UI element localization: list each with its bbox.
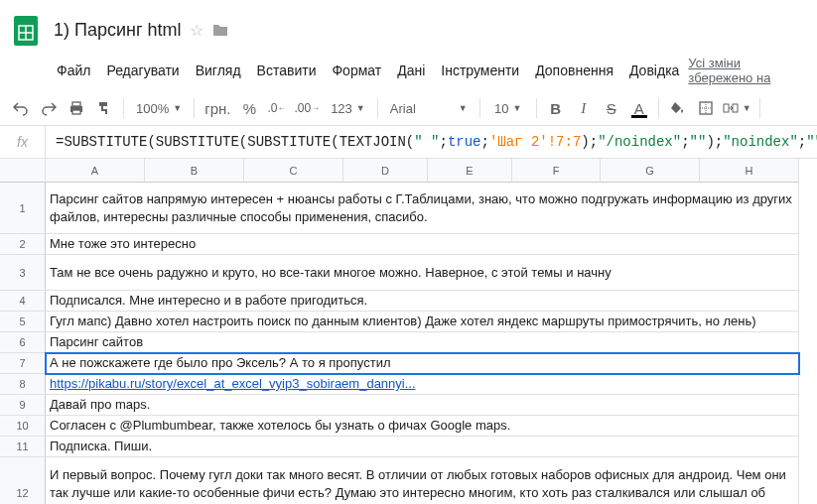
cell[interactable]: Давай про maps. bbox=[46, 395, 799, 416]
paint-format-button[interactable] bbox=[91, 95, 117, 121]
menu-view[interactable]: Вигляд bbox=[189, 59, 248, 82]
row-header[interactable]: 2 bbox=[0, 234, 46, 255]
cell[interactable]: Подписка. Пиши. bbox=[46, 437, 799, 457]
separator bbox=[123, 98, 124, 118]
column-header[interactable]: G bbox=[601, 159, 700, 183]
row-header[interactable]: 4 bbox=[0, 291, 46, 312]
strikethrough-button[interactable]: S bbox=[599, 95, 624, 121]
menu-tools[interactable]: Інструменти bbox=[434, 59, 526, 82]
row-header[interactable]: 1 bbox=[0, 183, 46, 234]
svg-rect-7 bbox=[99, 102, 107, 106]
row-header[interactable]: 10 bbox=[0, 416, 46, 437]
separator bbox=[377, 98, 378, 118]
font-dropdown[interactable]: Arial▼ bbox=[384, 95, 474, 121]
cell[interactable]: А не пожскажете где было про Эксель? А т… bbox=[46, 353, 799, 374]
svg-rect-4 bbox=[72, 102, 80, 106]
save-status[interactable]: Усі зміни збережено на bbox=[688, 56, 809, 85]
merge-cells-button[interactable]: ▼ bbox=[721, 95, 753, 121]
redo-button[interactable] bbox=[36, 95, 62, 121]
font-size-dropdown[interactable]: 10▼ bbox=[486, 95, 530, 121]
print-button[interactable] bbox=[64, 95, 89, 121]
cell[interactable]: Гугл мапс) Давно хотел настроить поиск п… bbox=[46, 312, 799, 332]
increase-decimal-button[interactable]: .00→ bbox=[291, 95, 323, 121]
menu-edit[interactable]: Редагувати bbox=[99, 59, 186, 82]
toolbar: 100%▼ грн. % .0← .00→ 123▼ Arial▼ 10▼ B … bbox=[0, 91, 817, 126]
formula-bar[interactable]: =SUBSTITUTE(SUBSTITUTE(SUBSTITUTE(TEXTJO… bbox=[46, 126, 817, 158]
separator bbox=[536, 98, 537, 118]
italic-button[interactable]: I bbox=[571, 95, 597, 121]
folder-icon[interactable] bbox=[211, 22, 229, 38]
svg-rect-12 bbox=[733, 104, 738, 112]
separator bbox=[194, 98, 195, 118]
column-header[interactable]: H bbox=[700, 159, 799, 183]
cell[interactable]: Там не все очень радужно и круто, но все… bbox=[46, 255, 799, 291]
row-header[interactable]: 7 bbox=[0, 353, 46, 374]
cell-link[interactable]: https://pikabu.ru/story/excel_at_excel_v… bbox=[50, 375, 416, 393]
cell[interactable]: Парсинг сайтов bbox=[46, 332, 799, 353]
row-header[interactable]: 8 bbox=[0, 374, 46, 395]
cell[interactable]: Подписался. Мне интересно и в работе при… bbox=[46, 291, 799, 312]
column-header[interactable]: D bbox=[343, 159, 428, 183]
row-header[interactable]: 3 bbox=[0, 255, 46, 291]
column-header[interactable]: B bbox=[145, 159, 244, 183]
bold-button[interactable]: B bbox=[543, 95, 569, 121]
app-header: 1) Парсинг html ☆ Файл Редагувати Вигляд… bbox=[0, 0, 817, 91]
separator bbox=[759, 98, 760, 118]
zoom-dropdown[interactable]: 100%▼ bbox=[130, 95, 188, 121]
separator bbox=[479, 98, 480, 118]
fx-icon: fx bbox=[0, 126, 46, 158]
formula-row: fx =SUBSTITUTE(SUBSTITUTE(SUBSTITUTE(TEX… bbox=[0, 126, 817, 159]
menu-file[interactable]: Файл bbox=[50, 59, 97, 82]
undo-button[interactable] bbox=[8, 95, 34, 121]
spreadsheet-grid[interactable]: ABCDEFGH1Парсинг сайтов напрямую интерес… bbox=[0, 159, 817, 504]
cell[interactable]: https://pikabu.ru/story/excel_at_excel_v… bbox=[46, 374, 799, 395]
column-header[interactable]: E bbox=[428, 159, 512, 183]
cell[interactable]: Согласен с @Plumbumbear, также хотелось … bbox=[46, 416, 799, 437]
percent-button[interactable]: % bbox=[236, 95, 262, 121]
decrease-decimal-button[interactable]: .0← bbox=[264, 95, 289, 121]
menu-insert[interactable]: Вставити bbox=[250, 59, 324, 82]
column-header[interactable]: C bbox=[244, 159, 343, 183]
menu-addons[interactable]: Доповнення bbox=[528, 59, 620, 82]
cell[interactable]: Мне тоже это интересно bbox=[46, 234, 799, 255]
separator bbox=[658, 98, 659, 118]
svg-rect-6 bbox=[72, 110, 80, 114]
text-color-button[interactable]: A bbox=[626, 95, 652, 121]
select-all-corner[interactable] bbox=[0, 159, 46, 183]
row-header[interactable]: 9 bbox=[0, 395, 46, 416]
column-header[interactable]: A bbox=[46, 159, 145, 183]
menu-data[interactable]: Дані bbox=[390, 59, 432, 82]
row-header[interactable]: 6 bbox=[0, 332, 46, 353]
menu-format[interactable]: Формат bbox=[325, 59, 388, 82]
svg-rect-11 bbox=[724, 104, 729, 112]
row-header[interactable]: 11 bbox=[0, 437, 46, 457]
document-title[interactable]: 1) Парсинг html ☆ bbox=[54, 20, 809, 41]
borders-button[interactable] bbox=[693, 95, 719, 121]
menu-bar: Файл Редагувати Вигляд Вставити Формат Д… bbox=[8, 54, 809, 91]
row-header[interactable]: 5 bbox=[0, 312, 46, 332]
fill-color-button[interactable] bbox=[665, 95, 691, 121]
number-format-dropdown[interactable]: 123▼ bbox=[325, 95, 371, 121]
currency-button[interactable]: грн. bbox=[201, 95, 234, 121]
row-header[interactable]: 12 bbox=[0, 457, 46, 504]
title-row: 1) Парсинг html ☆ bbox=[8, 8, 809, 54]
document-title-text[interactable]: 1) Парсинг html bbox=[54, 20, 182, 41]
sheets-logo-icon[interactable] bbox=[8, 12, 44, 48]
star-icon[interactable]: ☆ bbox=[190, 21, 204, 40]
cell[interactable]: Парсинг сайтов напрямую интересен + нюан… bbox=[46, 183, 799, 234]
menu-help[interactable]: Довідка bbox=[622, 59, 686, 82]
cell[interactable]: И первый вопрос. Почему гугл доки так мн… bbox=[46, 457, 799, 504]
column-header[interactable]: F bbox=[512, 159, 601, 183]
